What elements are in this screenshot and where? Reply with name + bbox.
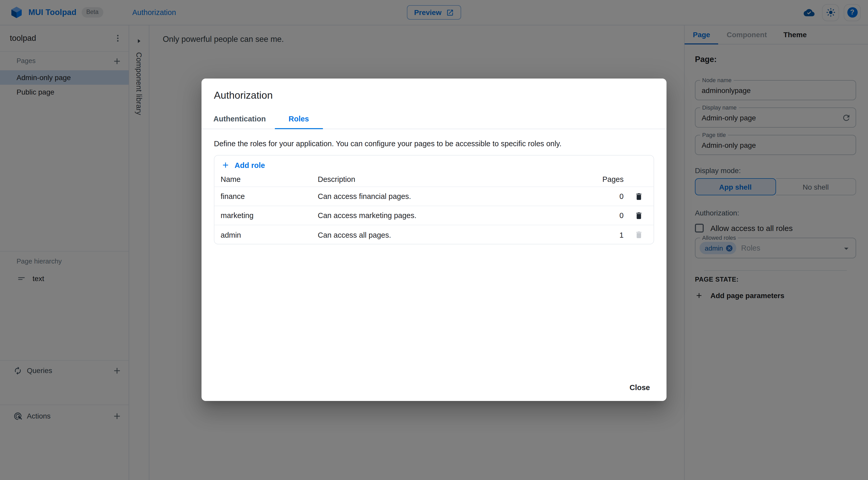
plus-icon	[221, 161, 230, 170]
toolpad-editor: MUI Toolpad Beta Authorization Preview	[0, 0, 868, 480]
role-pages-count: 0	[587, 192, 624, 201]
table-row-admin: admin Can access all pages. 1	[214, 225, 654, 244]
roles-description: Define the roles for your application. Y…	[214, 140, 654, 148]
role-description: Can access marketing pages.	[318, 211, 587, 219]
role-name: admin	[214, 231, 318, 239]
role-pages-count: 0	[587, 211, 624, 219]
close-button[interactable]: Close	[625, 380, 654, 395]
delete-role-button[interactable]	[633, 190, 644, 202]
roles-table-container: Add role Name Description Pages finance …	[214, 155, 654, 244]
dialog-tabbar: Authentication Roles	[202, 109, 666, 129]
role-name: finance	[214, 192, 318, 201]
role-description: Can access financial pages.	[318, 192, 587, 201]
role-description: Can access all pages.	[318, 231, 587, 239]
delete-role-button-disabled	[633, 229, 644, 241]
authorization-dialog: Authorization Authentication Roles Defin…	[202, 79, 666, 401]
tab-authentication[interactable]: Authentication	[205, 109, 275, 129]
column-header-name: Name	[214, 175, 318, 183]
column-header-description: Description	[318, 175, 587, 183]
dialog-title: Authorization	[202, 79, 666, 101]
column-header-pages: Pages	[587, 175, 624, 183]
roles-table-header: Name Description Pages	[214, 172, 654, 187]
table-row-marketing: marketing Can access marketing pages. 0	[214, 206, 654, 225]
add-role-label: Add role	[235, 161, 265, 169]
tab-roles[interactable]: Roles	[275, 109, 323, 129]
role-name: marketing	[214, 211, 318, 219]
table-row-finance: finance Can access financial pages. 0	[214, 187, 654, 206]
role-pages-count: 1	[587, 231, 624, 239]
add-role-button[interactable]: Add role	[214, 155, 654, 172]
delete-role-button[interactable]	[633, 210, 644, 221]
